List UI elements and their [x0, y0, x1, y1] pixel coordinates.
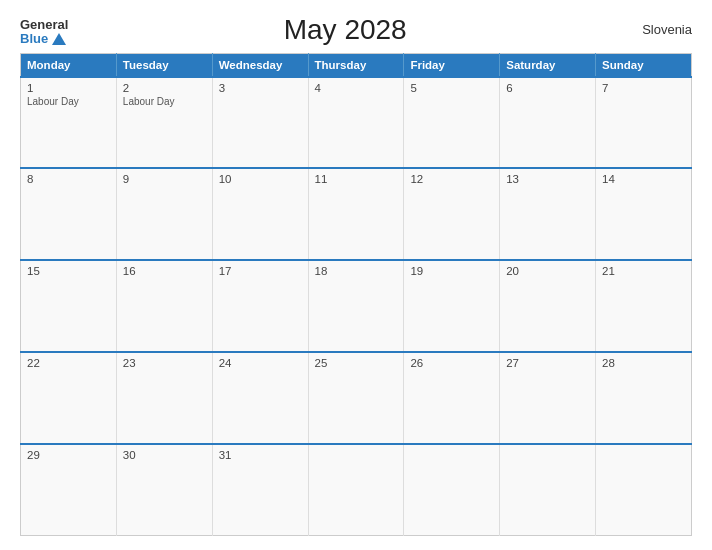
calendar-cell: 2Labour Day: [116, 77, 212, 169]
logo: General Blue: [20, 18, 68, 47]
calendar-cell: 6: [500, 77, 596, 169]
day-number: 30: [123, 449, 206, 461]
day-number: 15: [27, 265, 110, 277]
calendar-cell: 23: [116, 352, 212, 444]
day-number: 22: [27, 357, 110, 369]
calendar-table: MondayTuesdayWednesdayThursdayFridaySatu…: [20, 53, 692, 536]
day-number: 12: [410, 173, 493, 185]
day-number: 18: [315, 265, 398, 277]
calendar-cell: 13: [500, 168, 596, 260]
calendar-cell: 3: [212, 77, 308, 169]
day-number: 16: [123, 265, 206, 277]
calendar-cell: 9: [116, 168, 212, 260]
page: General Blue May 2028 Slovenia MondayTue…: [0, 0, 712, 550]
calendar-cell: 14: [596, 168, 692, 260]
day-number: 25: [315, 357, 398, 369]
day-number: 31: [219, 449, 302, 461]
calendar-cell: 25: [308, 352, 404, 444]
day-number: 1: [27, 82, 110, 94]
calendar-header-row: MondayTuesdayWednesdayThursdayFridaySatu…: [21, 53, 692, 77]
day-number: 4: [315, 82, 398, 94]
day-number: 28: [602, 357, 685, 369]
logo-blue-word: Blue: [20, 32, 48, 46]
calendar-cell: 29: [21, 444, 117, 536]
day-number: 21: [602, 265, 685, 277]
calendar-cell: 26: [404, 352, 500, 444]
logo-general-text: General: [20, 18, 68, 32]
calendar-week-row: 1Labour Day2Labour Day34567: [21, 77, 692, 169]
calendar-week-row: 891011121314: [21, 168, 692, 260]
day-number: 7: [602, 82, 685, 94]
col-header-wednesday: Wednesday: [212, 53, 308, 77]
day-number: 6: [506, 82, 589, 94]
calendar-cell: 24: [212, 352, 308, 444]
calendar-title: May 2028: [68, 14, 622, 46]
calendar-cell: 11: [308, 168, 404, 260]
col-header-sunday: Sunday: [596, 53, 692, 77]
day-number: 29: [27, 449, 110, 461]
day-number: 11: [315, 173, 398, 185]
calendar-week-row: 15161718192021: [21, 260, 692, 352]
calendar-cell: 19: [404, 260, 500, 352]
day-number: 17: [219, 265, 302, 277]
calendar-cell: [404, 444, 500, 536]
calendar-cell: 17: [212, 260, 308, 352]
day-number: 5: [410, 82, 493, 94]
logo-triangle-icon: [52, 33, 66, 45]
calendar-week-row: 293031: [21, 444, 692, 536]
calendar-cell: [308, 444, 404, 536]
calendar-cell: 28: [596, 352, 692, 444]
calendar-cell: 8: [21, 168, 117, 260]
logo-blue-text: Blue: [20, 32, 66, 46]
calendar-cell: 5: [404, 77, 500, 169]
calendar-cell: 30: [116, 444, 212, 536]
day-number: 8: [27, 173, 110, 185]
day-number: 26: [410, 357, 493, 369]
calendar-cell: 10: [212, 168, 308, 260]
day-number: 20: [506, 265, 589, 277]
calendar-cell: 18: [308, 260, 404, 352]
day-number: 13: [506, 173, 589, 185]
day-number: 10: [219, 173, 302, 185]
header: General Blue May 2028 Slovenia: [20, 18, 692, 47]
day-number: 3: [219, 82, 302, 94]
calendar-cell: 20: [500, 260, 596, 352]
day-number: 24: [219, 357, 302, 369]
calendar-cell: [500, 444, 596, 536]
holiday-label: Labour Day: [123, 96, 206, 107]
day-number: 2: [123, 82, 206, 94]
calendar-cell: 31: [212, 444, 308, 536]
col-header-tuesday: Tuesday: [116, 53, 212, 77]
col-header-thursday: Thursday: [308, 53, 404, 77]
country-label: Slovenia: [622, 22, 692, 37]
calendar-cell: 27: [500, 352, 596, 444]
calendar-cell: 16: [116, 260, 212, 352]
col-header-monday: Monday: [21, 53, 117, 77]
col-header-friday: Friday: [404, 53, 500, 77]
calendar-cell: 21: [596, 260, 692, 352]
day-number: 23: [123, 357, 206, 369]
holiday-label: Labour Day: [27, 96, 110, 107]
day-number: 19: [410, 265, 493, 277]
calendar-cell: 12: [404, 168, 500, 260]
day-number: 14: [602, 173, 685, 185]
calendar-cell: 1Labour Day: [21, 77, 117, 169]
col-header-saturday: Saturday: [500, 53, 596, 77]
calendar-cell: 15: [21, 260, 117, 352]
calendar-cell: 7: [596, 77, 692, 169]
day-number: 27: [506, 357, 589, 369]
calendar-cell: 4: [308, 77, 404, 169]
calendar-week-row: 22232425262728: [21, 352, 692, 444]
calendar-cell: [596, 444, 692, 536]
calendar-cell: 22: [21, 352, 117, 444]
day-number: 9: [123, 173, 206, 185]
